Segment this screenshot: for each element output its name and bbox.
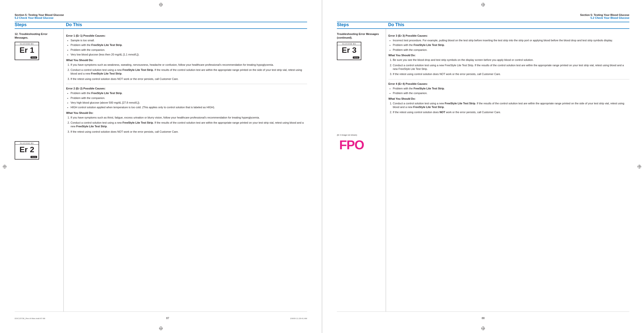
list-item: Problem with the FreeStyle Lite Test Str… xyxy=(393,43,629,47)
section-subtitle-left: 5.2 Check Your Blood Glucose xyxy=(15,16,307,19)
list-item: If the retest using control solution doe… xyxy=(70,130,307,134)
section-title-left: Section 5: Testing Your Blood Glucose xyxy=(15,14,307,16)
error3-bullets: Incorrect test procedure. For example, p… xyxy=(393,39,629,52)
step-continued-label: Troubleshooting Error Messages (continue… xyxy=(337,32,381,40)
list-item: If you have symptoms such as weakness, s… xyxy=(70,63,307,67)
list-item: Very high blood glucose (above 500 mg/dL… xyxy=(70,101,307,105)
page-number-right: 88 xyxy=(338,317,629,319)
top-crosshair xyxy=(159,3,163,7)
list-item: If the retest using control solution doe… xyxy=(393,72,629,76)
error2-what-heading: What You Should Do: xyxy=(66,111,307,114)
er3-meter: GLUCOSE BG Er 3 Home xyxy=(337,42,361,60)
steps-label-right: Steps xyxy=(337,22,381,28)
steps-column-left: 12. Troubleshooting Error Messages. GLUC… xyxy=(15,29,64,311)
er2-text: Er 2 xyxy=(20,146,34,153)
list-item: Be sure you see the blood drop and test … xyxy=(393,58,629,62)
error1-heading: Error 1 (Er 1) Possible Causes: xyxy=(66,34,307,37)
content-columns-right: Troubleshooting Error Messages (continue… xyxy=(337,29,629,311)
er3-home-btn: Home xyxy=(353,57,359,59)
list-item: Problem with the companion. xyxy=(393,91,629,95)
do-this-col-header: Do This xyxy=(64,22,307,28)
bottom-crosshair-right xyxy=(481,326,485,330)
error4-steps: Conduct a control solution test using a … xyxy=(393,102,629,114)
left-page: Section 5: Testing Your Blood Glucose 5.… xyxy=(0,0,322,333)
do-this-column-left: Error 1 (Er 1) Possible Causes: Sample i… xyxy=(64,29,307,311)
bottom-crosshair-left xyxy=(159,326,163,330)
list-item: If the retest using control solution doe… xyxy=(393,110,629,114)
right-crosshair xyxy=(637,164,642,169)
list-item: If you have symptoms such as thirst, fat… xyxy=(70,116,307,120)
list-item: Problem with the FreeStyle Lite Test Str… xyxy=(393,87,629,90)
columns-header-left: Steps Do This xyxy=(15,22,307,29)
er3-glucose-bg-label: GLUCOSE BG xyxy=(338,43,361,45)
list-item: Problem with the companion. xyxy=(70,48,307,52)
er1-glucose-bg-label: GLUCOSE BG xyxy=(15,43,38,45)
list-item: If the retest using control solution doe… xyxy=(70,77,307,81)
section-subtitle-right: 5.2 Check Your Blood Glucose xyxy=(337,16,629,19)
er4-fpo-text: FPO xyxy=(339,138,364,152)
steps-column-right: Troubleshooting Error Messages (continue… xyxy=(337,29,386,311)
list-item: Problem with the companion. xyxy=(393,48,629,52)
steps-col-header-right: Steps xyxy=(337,22,386,28)
list-item: Conduct a control solution test using a … xyxy=(70,68,307,76)
footer-date-right xyxy=(629,317,629,319)
page-footer-left: DOC15736_Rev-A-Man.indd 87-88 87 2/9/09 … xyxy=(15,311,307,319)
list-item: Conduct a control solution test using a … xyxy=(70,121,307,129)
er3-text: Er 3 xyxy=(342,46,356,54)
step-12-label: 12. Troubleshooting Error Messages. xyxy=(15,32,58,40)
er2-meter: GLUCOSE BG Er 2 Home xyxy=(15,141,39,160)
er4-fpo-box: (Er 4 image not shown) FPO xyxy=(337,134,366,156)
list-item: Conduct a control solution test using a … xyxy=(393,102,629,109)
do-this-label-left: Do This xyxy=(66,22,307,28)
footer-date-left: 2/9/09 11:29:41 AM xyxy=(290,317,307,319)
error4-what-heading: What You Should Do: xyxy=(388,97,629,100)
error2-steps: If you have symptoms such as thirst, fat… xyxy=(70,116,307,134)
list-item: Conduct a control solution test using a … xyxy=(393,64,629,71)
error4-bullets: Problem with the FreeStyle Lite Test Str… xyxy=(393,87,629,95)
list-item: Sample is too small. xyxy=(70,39,307,42)
error1-bullets: Sample is too small. Problem with the Fr… xyxy=(70,39,307,57)
list-item: Problem with the FreeStyle Lite Test Str… xyxy=(70,43,307,47)
page-header-left: Section 5: Testing Your Blood Glucose 5.… xyxy=(15,14,307,19)
list-item: HIGH control solution applied when tempe… xyxy=(70,106,307,109)
list-item: Problem with the companion. xyxy=(70,96,307,100)
page-number-left: 87 xyxy=(45,317,290,319)
er4-fpo-label: (Er 4 image not shown) xyxy=(337,134,357,136)
error1-steps: If you have symptoms such as weakness, s… xyxy=(70,63,307,81)
columns-header-right: Steps Do This xyxy=(337,22,629,29)
er2-glucose-bg-label: GLUCOSE BG xyxy=(15,142,38,145)
list-item: Very low blood glucose (less then 20 mg/… xyxy=(70,53,307,57)
right-page: Section 5: Testing Your Blood Glucose 5.… xyxy=(322,0,644,333)
steps-col-header: Steps xyxy=(15,22,64,28)
section-title-right: Section 5: Testing Your Blood Glucose xyxy=(337,14,629,16)
er1-home-btn: Home xyxy=(30,57,37,59)
er1-text: Er 1 xyxy=(20,46,34,54)
do-this-label-right: Do This xyxy=(388,22,629,28)
list-item: Problem with the FreeStyle Lite Test Str… xyxy=(70,91,307,95)
page-footer-right: 88 xyxy=(337,311,629,319)
do-this-column-right: Error 3 (Er 3) Possible Causes: Incorrec… xyxy=(386,29,629,311)
left-crosshair xyxy=(2,164,7,169)
footer-doc-left: DOC15736_Rev-A-Man.indd 87-88 xyxy=(15,317,45,319)
content-columns-left: 12. Troubleshooting Error Messages. GLUC… xyxy=(15,29,307,311)
error3-steps: Be sure you see the blood drop and test … xyxy=(393,58,629,76)
error3-what-heading: What You Should Do: xyxy=(388,54,629,57)
do-this-col-header-right: Do This xyxy=(386,22,629,28)
error4-heading: Error 4 (Er 4) Possible Causes: xyxy=(388,82,629,85)
steps-label-left: Steps xyxy=(15,22,58,28)
er2-home-btn: Home xyxy=(30,156,37,158)
list-item: Incorrect test procedure. For example, p… xyxy=(393,39,629,42)
page-header-right: Section 5: Testing Your Blood Glucose 5.… xyxy=(337,14,629,19)
error3-heading: Error 3 (Er 3) Possible Causes: xyxy=(388,34,629,37)
er1-meter: GLUCOSE BG Er 1 Home xyxy=(15,42,39,60)
error2-bullets: Problem with the FreeStyle Lite Test Str… xyxy=(70,91,307,109)
error2-heading: Error 2 (Er 2) Possible Causes: xyxy=(66,87,307,90)
error1-what-heading: What You Should Do: xyxy=(66,59,307,62)
top-crosshair-right xyxy=(481,3,485,7)
